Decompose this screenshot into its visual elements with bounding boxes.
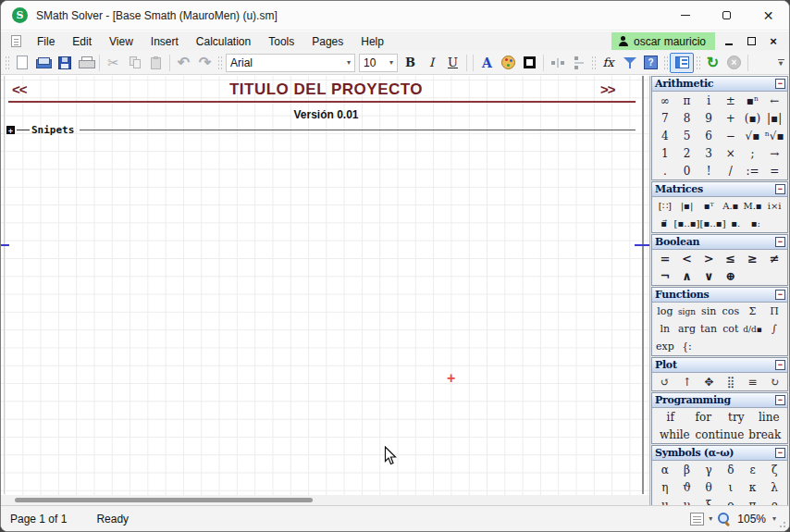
palette-button[interactable]: 4 xyxy=(654,130,676,142)
palette-button[interactable]: ν xyxy=(676,499,698,506)
user-account-badge[interactable]: oscar mauricio xyxy=(611,32,715,50)
palette-button[interactable]: β xyxy=(676,464,698,476)
toolbar-grip[interactable] xyxy=(663,56,668,70)
bold-button[interactable]: B xyxy=(400,53,421,73)
palette-button[interactable]: ∨ xyxy=(697,269,720,283)
horizontal-scrollbar-thumb[interactable] xyxy=(15,498,313,502)
palette-button[interactable]: ← xyxy=(763,94,785,107)
italic-button[interactable]: I xyxy=(421,53,442,73)
palette-button[interactable]: cot xyxy=(720,323,742,335)
palette-button[interactable]: ▪ⁿ xyxy=(742,94,764,107)
palette-button[interactable]: i xyxy=(697,94,720,107)
palette-button[interactable]: Σ xyxy=(742,305,764,317)
palette-button[interactable]: μ xyxy=(654,499,676,506)
palette-button[interactable]: π xyxy=(676,94,698,107)
palette-button[interactable]: 7 xyxy=(654,112,676,125)
side-panel-toggle-button[interactable] xyxy=(670,53,694,73)
palette-button[interactable]: ▪⃗ xyxy=(654,218,673,229)
collapse-palette-button[interactable]: − xyxy=(775,237,785,247)
menu-item-file[interactable]: File xyxy=(31,33,61,50)
minimize-button[interactable] xyxy=(664,1,706,31)
horizontal-scrollbar[interactable] xyxy=(1,495,651,505)
palette-button[interactable]: 2 xyxy=(676,147,698,160)
new-button[interactable] xyxy=(11,53,32,73)
palette-button[interactable]: ✥ xyxy=(697,376,720,389)
open-button[interactable] xyxy=(32,53,54,73)
vertical-spacing-button[interactable] xyxy=(568,53,589,73)
palette-button[interactable]: line xyxy=(753,411,786,424)
copy-button[interactable] xyxy=(124,53,145,73)
palette-button[interactable]: ϑ xyxy=(676,481,698,494)
chevron-down-icon[interactable]: ▾ xyxy=(709,514,712,523)
toolbar-overflow-button[interactable]: ▾ xyxy=(774,59,787,67)
palette-button[interactable]: break xyxy=(744,428,785,441)
palette-button[interactable]: λ xyxy=(763,481,785,494)
collapse-palette-button[interactable]: − xyxy=(775,395,785,405)
palette-button[interactable]: ≡ xyxy=(742,376,764,389)
palette-button[interactable]: ! xyxy=(697,165,720,178)
page-view-icon[interactable] xyxy=(690,513,704,526)
toolbar-grip[interactable] xyxy=(5,56,9,70)
palette-button[interactable]: exp xyxy=(654,340,676,353)
filter-button[interactable] xyxy=(619,53,640,73)
palette-button[interactable]: ≥ xyxy=(742,252,764,266)
palette-button[interactable]: [∷] xyxy=(654,201,676,211)
palette-button[interactable]: . xyxy=(654,165,676,178)
palette-button[interactable]: i×i xyxy=(763,201,785,211)
collapse-palette-button[interactable]: − xyxy=(775,360,785,370)
palette-button[interactable]: γ xyxy=(697,464,720,476)
palette-button[interactable]: ∫ xyxy=(763,323,785,335)
palette-button[interactable]: κ xyxy=(742,481,764,494)
menu-item-pages[interactable]: Pages xyxy=(305,33,350,50)
nav-next-marker[interactable]: >> xyxy=(600,81,615,97)
mdi-restore-button[interactable] xyxy=(745,35,758,48)
palette-button[interactable]: ⣿ xyxy=(720,376,742,389)
collapse-palette-button[interactable]: − xyxy=(775,184,785,194)
palette-button[interactable]: if xyxy=(654,411,687,424)
mdi-minimize-button[interactable] xyxy=(722,35,735,48)
paste-button[interactable] xyxy=(145,53,167,73)
font-color-button[interactable]: A xyxy=(476,53,498,73)
palette-button[interactable]: {: xyxy=(676,340,698,353)
redo-button[interactable]: ↷ xyxy=(194,53,216,73)
palette-button[interactable]: ▪ᵀ xyxy=(697,201,720,211)
palette-button[interactable]: + xyxy=(720,112,742,125)
palette-button[interactable]: [▪‥▪] xyxy=(673,218,699,229)
palette-button[interactable]: 1 xyxy=(654,147,676,160)
palette-button[interactable]: = xyxy=(763,165,785,178)
palette-button[interactable]: arg xyxy=(676,323,698,335)
font-size-select[interactable]: 10 ▾ xyxy=(359,54,398,72)
palette-button[interactable]: ζ xyxy=(763,464,785,476)
border-button[interactable] xyxy=(519,53,540,73)
palette-button[interactable]: ln xyxy=(654,323,676,335)
version-label[interactable]: Versión 0.01 xyxy=(1,108,651,121)
project-title[interactable]: TITULO DEL PROYECTO xyxy=(1,80,651,99)
toolbar-grip[interactable] xyxy=(696,56,700,70)
palette-button[interactable]: := xyxy=(742,165,764,178)
palette-button[interactable]: − xyxy=(720,130,742,142)
palette-button[interactable]: √▪ xyxy=(742,130,764,142)
palette-button[interactable]: Π xyxy=(763,305,785,317)
expand-section-button[interactable]: + xyxy=(6,126,15,134)
undo-button[interactable]: ↶ xyxy=(173,53,194,73)
palette-button[interactable]: ↻ xyxy=(763,376,785,389)
menu-item-insert[interactable]: Insert xyxy=(144,33,185,50)
palette-button[interactable]: → xyxy=(763,147,785,160)
insert-function-button[interactable]: fx xyxy=(598,53,619,73)
zoom-magnifier-icon[interactable] xyxy=(717,512,731,526)
mdi-close-button[interactable]: × xyxy=(767,35,780,48)
zoom-level[interactable]: 105% xyxy=(737,513,766,526)
palette-button[interactable]: ↑ xyxy=(676,376,698,389)
palette-button[interactable]: (▪) xyxy=(742,112,764,125)
font-family-select[interactable]: Arial ▾ xyxy=(226,54,355,72)
print-button[interactable] xyxy=(75,53,96,73)
palette-button[interactable]: 3 xyxy=(697,147,720,160)
horizontal-spacing-button[interactable] xyxy=(547,53,568,73)
toolbar-grip[interactable] xyxy=(591,56,596,70)
palette-button[interactable]: ± xyxy=(720,94,742,107)
collapse-palette-button[interactable]: − xyxy=(775,290,785,300)
palette-button[interactable]: sign xyxy=(676,307,698,316)
palette-button[interactable]: d/d▪ xyxy=(742,325,764,334)
worksheet-canvas[interactable]: << TITULO DEL PROYECTO >> Versión 0.01 +… xyxy=(1,76,651,505)
menu-item-edit[interactable]: Edit xyxy=(66,33,98,50)
